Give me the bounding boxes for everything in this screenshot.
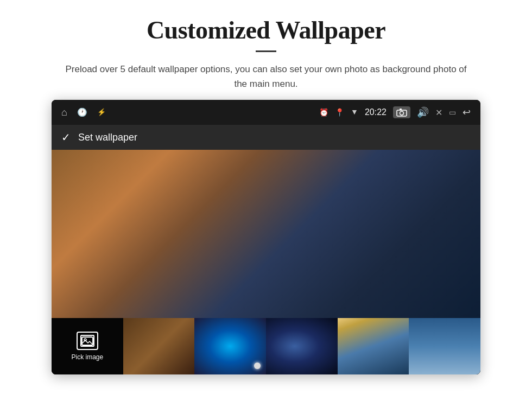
wallpaper-thumb-4[interactable] (266, 318, 338, 374)
status-bar-left: ⌂ 🕐 ⚡ (61, 107, 106, 118)
set-wallpaper-label: Set wallpaper (78, 132, 137, 143)
close-icon: ✕ (435, 107, 442, 118)
pick-image-thumb[interactable]: Pick image (52, 318, 123, 374)
volume-icon: 🔊 (417, 106, 429, 118)
title-divider (256, 50, 276, 52)
pick-image-label: Pick image (71, 353, 103, 361)
wallpaper-thumb-3[interactable] (194, 318, 266, 374)
wallpaper-preview (52, 150, 480, 318)
page-header: Customized Wallpaper Preload over 5 defa… (0, 0, 532, 91)
clock-icon: 🕐 (77, 107, 87, 117)
thumbnail-strip: Pick image (52, 318, 480, 374)
svg-rect-2 (400, 109, 402, 110)
alarm-icon: ⏰ (319, 108, 328, 117)
status-bar: ⌂ 🕐 ⚡ ⏰ 📍 ▼ 20:22 🔊 ✕ ▭ ↩ (52, 100, 480, 125)
page-title: Customized Wallpaper (33, 16, 499, 45)
home-icon: ⌂ (61, 107, 67, 118)
svg-point-1 (400, 111, 404, 115)
svg-rect-3 (82, 337, 93, 345)
svg-point-4 (84, 339, 86, 341)
back-icon: ↩ (463, 106, 471, 118)
wallpaper-thumb-2[interactable] (123, 318, 195, 374)
pick-image-icon (77, 332, 98, 350)
usb-icon: ⚡ (97, 108, 106, 117)
page-subtitle: Preload over 5 default wallpaper options… (60, 62, 472, 91)
camera-icon[interactable] (393, 106, 410, 118)
wifi-icon: ▼ (351, 108, 358, 117)
wallpaper-header: ✓ Set wallpaper (52, 125, 480, 150)
wallpaper-thumb-6[interactable] (409, 318, 480, 374)
device-mockup: ⌂ 🕐 ⚡ ⏰ 📍 ▼ 20:22 🔊 ✕ ▭ ↩ ✓ (52, 100, 480, 374)
check-icon: ✓ (61, 131, 71, 144)
status-time: 20:22 (365, 107, 387, 117)
location-icon: 📍 (335, 108, 344, 117)
status-bar-right: ⏰ 📍 ▼ 20:22 🔊 ✕ ▭ ↩ (319, 106, 471, 118)
window-icon: ▭ (449, 108, 456, 117)
wallpaper-thumb-5[interactable] (338, 318, 409, 374)
